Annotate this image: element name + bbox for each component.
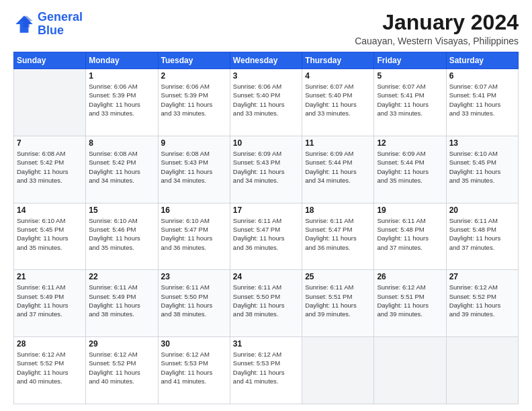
- day-number: 26: [377, 272, 443, 281]
- day-info: Sunrise: 6:11 AM Sunset: 5:49 PM Dayligh…: [89, 283, 154, 318]
- day-info: Sunrise: 6:10 AM Sunset: 5:45 PM Dayligh…: [17, 216, 83, 252]
- subtitle: Cauayan, Western Visayas, Philippines: [355, 36, 519, 46]
- day-info: Sunrise: 6:06 AM Sunset: 5:39 PM Dayligh…: [89, 82, 154, 118]
- title-block: January 2024 Cauayan, Western Visayas, P…: [355, 11, 519, 46]
- page: General Blue January 2024 Cauayan, Weste…: [0, 0, 532, 411]
- day-info: Sunrise: 6:10 AM Sunset: 5:47 PM Dayligh…: [161, 216, 227, 252]
- calendar-cell: 30Sunrise: 6:12 AM Sunset: 5:53 PM Dayli…: [158, 337, 230, 404]
- day-number: 20: [449, 205, 515, 215]
- day-number: 12: [377, 138, 443, 148]
- day-number: 5: [377, 71, 443, 81]
- calendar-cell: 22Sunrise: 6:11 AM Sunset: 5:49 PM Dayli…: [86, 270, 158, 337]
- calendar-cell: 21Sunrise: 6:11 AM Sunset: 5:49 PM Dayli…: [14, 270, 86, 337]
- day-info: Sunrise: 6:10 AM Sunset: 5:45 PM Dayligh…: [449, 149, 515, 185]
- day-info: Sunrise: 6:12 AM Sunset: 5:52 PM Dayligh…: [17, 350, 83, 385]
- weekday-header-sunday: Sunday: [14, 52, 86, 69]
- day-number: 27: [449, 272, 515, 281]
- logo: General Blue: [13, 11, 83, 38]
- day-info: Sunrise: 6:11 AM Sunset: 5:48 PM Dayligh…: [377, 216, 443, 252]
- calendar-cell: 26Sunrise: 6:12 AM Sunset: 5:51 PM Dayli…: [374, 270, 446, 337]
- calendar-cell: 10Sunrise: 6:09 AM Sunset: 5:43 PM Dayli…: [230, 136, 302, 203]
- day-info: Sunrise: 6:11 AM Sunset: 5:50 PM Dayligh…: [161, 283, 227, 318]
- day-number: 10: [233, 138, 299, 148]
- calendar-cell: 9Sunrise: 6:08 AM Sunset: 5:43 PM Daylig…: [158, 136, 230, 203]
- day-number: 11: [305, 138, 371, 148]
- calendar-cell: 29Sunrise: 6:12 AM Sunset: 5:52 PM Dayli…: [86, 337, 158, 404]
- weekday-header-wednesday: Wednesday: [230, 52, 302, 69]
- day-info: Sunrise: 6:11 AM Sunset: 5:47 PM Dayligh…: [305, 216, 371, 252]
- calendar-cell: 20Sunrise: 6:11 AM Sunset: 5:48 PM Dayli…: [446, 203, 518, 270]
- calendar-week-3: 14Sunrise: 6:10 AM Sunset: 5:45 PM Dayli…: [14, 203, 519, 270]
- day-number: 15: [89, 205, 154, 215]
- logo-text: General Blue: [38, 11, 83, 38]
- day-info: Sunrise: 6:07 AM Sunset: 5:41 PM Dayligh…: [377, 82, 443, 118]
- day-info: Sunrise: 6:09 AM Sunset: 5:43 PM Dayligh…: [233, 149, 299, 185]
- calendar-cell: 14Sunrise: 6:10 AM Sunset: 5:45 PM Dayli…: [14, 203, 86, 270]
- day-number: 23: [161, 272, 227, 281]
- calendar-cell: [14, 69, 86, 136]
- day-number: 29: [89, 339, 154, 349]
- calendar-cell: [374, 337, 446, 404]
- day-number: 18: [305, 205, 371, 215]
- calendar-body: 1Sunrise: 6:06 AM Sunset: 5:39 PM Daylig…: [14, 69, 519, 404]
- day-info: Sunrise: 6:11 AM Sunset: 5:50 PM Dayligh…: [233, 283, 299, 318]
- day-info: Sunrise: 6:09 AM Sunset: 5:44 PM Dayligh…: [377, 149, 443, 185]
- day-number: 4: [305, 71, 371, 81]
- day-number: 19: [377, 205, 443, 215]
- day-number: 14: [17, 205, 83, 215]
- calendar-cell: 3Sunrise: 6:06 AM Sunset: 5:40 PM Daylig…: [230, 69, 302, 136]
- day-number: 8: [89, 138, 154, 148]
- calendar-cell: 17Sunrise: 6:11 AM Sunset: 5:47 PM Dayli…: [230, 203, 302, 270]
- day-number: 17: [233, 205, 299, 215]
- day-info: Sunrise: 6:09 AM Sunset: 5:44 PM Dayligh…: [305, 149, 371, 185]
- day-info: Sunrise: 6:12 AM Sunset: 5:53 PM Dayligh…: [233, 350, 299, 385]
- weekday-header-thursday: Thursday: [302, 52, 374, 69]
- calendar-week-2: 7Sunrise: 6:08 AM Sunset: 5:42 PM Daylig…: [14, 136, 519, 203]
- day-number: 13: [449, 138, 515, 148]
- day-number: 6: [449, 71, 515, 81]
- calendar-week-5: 28Sunrise: 6:12 AM Sunset: 5:52 PM Dayli…: [14, 337, 519, 404]
- logo-line2: Blue: [38, 24, 64, 37]
- day-number: 31: [233, 339, 299, 349]
- calendar-cell: 6Sunrise: 6:07 AM Sunset: 5:41 PM Daylig…: [446, 69, 518, 136]
- day-info: Sunrise: 6:08 AM Sunset: 5:42 PM Dayligh…: [89, 149, 154, 185]
- weekday-header-saturday: Saturday: [446, 52, 518, 69]
- day-info: Sunrise: 6:12 AM Sunset: 5:52 PM Dayligh…: [89, 350, 154, 385]
- day-number: 2: [161, 71, 227, 81]
- day-info: Sunrise: 6:11 AM Sunset: 5:48 PM Dayligh…: [449, 216, 515, 252]
- weekday-header-row: SundayMondayTuesdayWednesdayThursdayFrid…: [14, 52, 519, 69]
- calendar-cell: 5Sunrise: 6:07 AM Sunset: 5:41 PM Daylig…: [374, 69, 446, 136]
- calendar-cell: 24Sunrise: 6:11 AM Sunset: 5:50 PM Dayli…: [230, 270, 302, 337]
- calendar-cell: 2Sunrise: 6:06 AM Sunset: 5:39 PM Daylig…: [158, 69, 230, 136]
- day-number: 24: [233, 272, 299, 281]
- day-number: 7: [17, 138, 83, 148]
- day-number: 30: [161, 339, 227, 349]
- calendar-cell: 13Sunrise: 6:10 AM Sunset: 5:45 PM Dayli…: [446, 136, 518, 203]
- day-info: Sunrise: 6:12 AM Sunset: 5:53 PM Dayligh…: [161, 350, 227, 385]
- calendar-week-4: 21Sunrise: 6:11 AM Sunset: 5:49 PM Dayli…: [14, 270, 519, 337]
- day-info: Sunrise: 6:12 AM Sunset: 5:51 PM Dayligh…: [377, 283, 443, 318]
- logo-line1: General: [38, 10, 83, 24]
- day-number: 28: [17, 339, 83, 349]
- day-number: 1: [89, 71, 154, 81]
- weekday-header-tuesday: Tuesday: [158, 52, 230, 69]
- weekday-header-friday: Friday: [374, 52, 446, 69]
- day-info: Sunrise: 6:11 AM Sunset: 5:51 PM Dayligh…: [305, 283, 371, 318]
- calendar-cell: 1Sunrise: 6:06 AM Sunset: 5:39 PM Daylig…: [86, 69, 158, 136]
- calendar-cell: [446, 337, 518, 404]
- day-number: 22: [89, 272, 154, 281]
- calendar-cell: 16Sunrise: 6:10 AM Sunset: 5:47 PM Dayli…: [158, 203, 230, 270]
- day-info: Sunrise: 6:11 AM Sunset: 5:49 PM Dayligh…: [17, 283, 83, 318]
- calendar-cell: 12Sunrise: 6:09 AM Sunset: 5:44 PM Dayli…: [374, 136, 446, 203]
- calendar-cell: 8Sunrise: 6:08 AM Sunset: 5:42 PM Daylig…: [86, 136, 158, 203]
- day-number: 21: [17, 272, 83, 281]
- day-number: 16: [161, 205, 227, 215]
- calendar-cell: 25Sunrise: 6:11 AM Sunset: 5:51 PM Dayli…: [302, 270, 374, 337]
- day-info: Sunrise: 6:08 AM Sunset: 5:43 PM Dayligh…: [161, 149, 227, 185]
- calendar-cell: 4Sunrise: 6:07 AM Sunset: 5:40 PM Daylig…: [302, 69, 374, 136]
- day-number: 9: [161, 138, 227, 148]
- calendar-cell: 18Sunrise: 6:11 AM Sunset: 5:47 PM Dayli…: [302, 203, 374, 270]
- calendar-cell: 19Sunrise: 6:11 AM Sunset: 5:48 PM Dayli…: [374, 203, 446, 270]
- day-info: Sunrise: 6:06 AM Sunset: 5:40 PM Dayligh…: [233, 82, 299, 118]
- day-number: 25: [305, 272, 371, 281]
